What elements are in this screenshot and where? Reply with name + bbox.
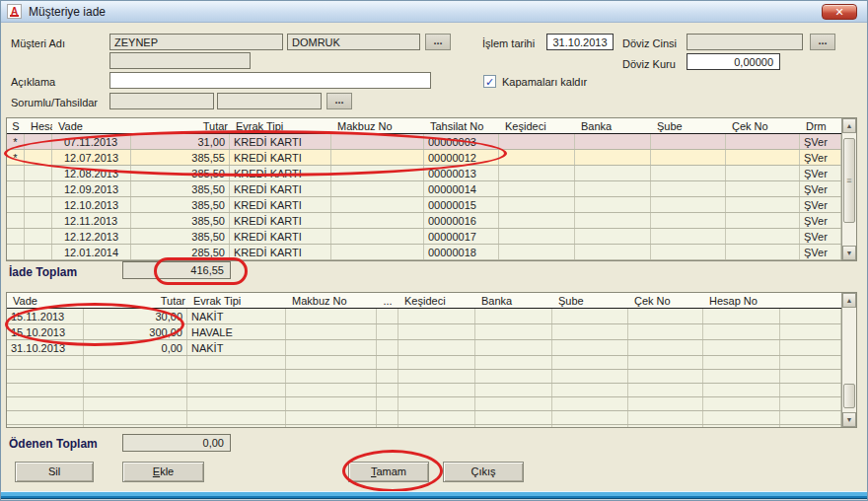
cell-vade: 15.11.2013 bbox=[7, 309, 84, 323]
table-row[interactable] bbox=[7, 370, 856, 384]
sorumlu-label: Sorumlu/Tahsildar bbox=[11, 97, 98, 108]
table-row[interactable]: 15.11.201330,00NAKİT bbox=[7, 309, 856, 324]
cell-banka bbox=[575, 166, 651, 180]
column-header-cek: Çek No bbox=[726, 118, 800, 133]
cell-tutar bbox=[84, 425, 187, 428]
cell-makbuz bbox=[331, 181, 424, 196]
cell-hesapno bbox=[703, 340, 780, 355]
iade-table-header: SHesapVadeTutarEvrak TipiMakbuz NoTahsil… bbox=[7, 118, 856, 134]
table-row[interactable] bbox=[7, 397, 856, 411]
cell-kesideci bbox=[499, 166, 575, 180]
table-row[interactable]: 12.11.2013385,50KREDİ KARTI00000016ŞVer bbox=[7, 213, 856, 229]
cell-hesap bbox=[25, 213, 52, 228]
doviz-cinsi-input[interactable] bbox=[687, 34, 803, 50]
scroll-up-button[interactable]: ▲ bbox=[842, 118, 856, 133]
cell-makbuz bbox=[286, 340, 377, 355]
app-icon: A bbox=[7, 4, 22, 19]
aciklama-label: Açıklama bbox=[11, 76, 55, 88]
sil-button[interactable]: Sil bbox=[15, 462, 94, 482]
cell-makbuz bbox=[331, 229, 424, 244]
cell-makbuz bbox=[286, 397, 377, 410]
cell-tutar: 385,50 bbox=[131, 197, 230, 212]
table-row[interactable]: 31.10.20130,00NAKİT bbox=[7, 340, 856, 356]
scrollbar-thumb[interactable]: ≡ bbox=[843, 138, 855, 223]
sorumlu-input-1[interactable] bbox=[109, 93, 214, 109]
cell-makbuz bbox=[331, 166, 424, 180]
islem-tarihi-input[interactable]: 31.10.2013 bbox=[546, 34, 614, 50]
doviz-kuru-input[interactable]: 0,00000 bbox=[687, 53, 780, 70]
table-row[interactable]: 12.12.2013385,50KREDİ KARTI00000017ŞVer bbox=[7, 229, 856, 245]
cell-tutar bbox=[84, 397, 187, 410]
cell-tutar bbox=[84, 356, 187, 369]
close-button[interactable]: ✕ bbox=[822, 4, 857, 20]
table-row[interactable]: 12.08.2013385,50KREDİ KARTI00000013ŞVer bbox=[7, 166, 856, 181]
table-row[interactable] bbox=[7, 425, 856, 428]
cell-banka bbox=[575, 213, 651, 228]
table-row[interactable] bbox=[7, 384, 856, 397]
cell-tahsilat: 00000016 bbox=[424, 213, 499, 228]
scroll-down-button[interactable]: ▼ bbox=[842, 246, 856, 260]
iade-toplam-label: İade Toplam bbox=[9, 265, 77, 279]
sorumlu-browse-button[interactable]: ... bbox=[326, 93, 352, 109]
scrollbar-thumb[interactable] bbox=[843, 384, 855, 408]
cell-evrak: HAVALE bbox=[187, 324, 286, 339]
scroll-down-button[interactable]: ▼ bbox=[842, 412, 856, 427]
cell-s: * bbox=[7, 150, 25, 165]
table-row[interactable]: 12.09.2013385,50KREDİ KARTI00000014ŞVer bbox=[7, 181, 856, 197]
table-row[interactable]: *12.07.2013385,55KREDİ KARTI00000012ŞVer bbox=[7, 150, 856, 166]
cell-kesideci bbox=[499, 181, 575, 196]
cell-s bbox=[7, 197, 25, 212]
table-row[interactable]: 12.01.2014285,50KREDİ KARTI00000018ŞVer bbox=[7, 245, 856, 260]
musteri-adi-input[interactable]: ZEYNEP bbox=[109, 34, 283, 50]
cell-dots bbox=[377, 411, 398, 424]
cell-s bbox=[7, 181, 25, 196]
ekle-button[interactable]: Ekle bbox=[122, 462, 204, 482]
iade-table-scrollbar[interactable]: ▲ ≡ ▼ bbox=[841, 118, 856, 260]
column-header-makbuz: Makbuz No bbox=[286, 293, 377, 308]
column-header-extra bbox=[780, 293, 841, 308]
odeme-table-scrollbar[interactable]: ▲ ▼ bbox=[841, 293, 856, 427]
cell-evrak bbox=[187, 411, 286, 424]
cell-hesap bbox=[25, 134, 52, 149]
musteri-browse-button[interactable]: ... bbox=[425, 34, 451, 50]
cell-makbuz bbox=[286, 309, 377, 323]
cell-vade: 15.10.2013 bbox=[7, 324, 84, 339]
table-row[interactable] bbox=[7, 356, 856, 370]
cell-makbuz bbox=[286, 411, 377, 424]
tamam-button[interactable]: Tamam bbox=[348, 462, 429, 482]
doviz-browse-button[interactable]: ... bbox=[810, 34, 835, 50]
kapamalari-checkbox[interactable]: ✓ bbox=[483, 75, 496, 88]
cell-tutar: 385,55 bbox=[131, 150, 230, 165]
cell-kesideci bbox=[499, 150, 575, 165]
cell-vade: 12.01.2014 bbox=[52, 245, 131, 259]
cell-evrak bbox=[187, 425, 286, 428]
column-header-cek: Çek No bbox=[628, 293, 703, 308]
cell-drm: ŞVer bbox=[800, 150, 841, 165]
sorumlu-input-2[interactable] bbox=[217, 93, 322, 109]
cikis-button[interactable]: Çıkış bbox=[443, 462, 524, 482]
cell-dots bbox=[377, 384, 398, 396]
cell-cek bbox=[628, 340, 703, 355]
cell-evrak: NAKİT bbox=[187, 340, 286, 355]
table-row[interactable] bbox=[7, 411, 856, 425]
cell-tahsilat: 00000015 bbox=[424, 197, 499, 212]
cell-tutar bbox=[84, 370, 187, 383]
cell-vade: 12.10.2013 bbox=[52, 197, 131, 212]
musteri-soyadi-input[interactable]: DOMRUK bbox=[287, 34, 420, 50]
table-row[interactable]: 12.10.2013385,50KREDİ KARTI00000015ŞVer bbox=[7, 197, 856, 213]
cell-hesapno bbox=[703, 324, 780, 339]
cell-kesideci bbox=[398, 356, 475, 369]
cell-dots bbox=[377, 356, 398, 369]
table-row[interactable]: *07.11.201331,00KREDİ KARTI00000003ŞVer bbox=[7, 134, 856, 150]
cell-tutar: 300,00 bbox=[84, 324, 187, 339]
musteri-extra-input[interactable] bbox=[109, 52, 251, 69]
table-row[interactable]: 15.10.2013300,00HAVALE bbox=[7, 324, 856, 340]
cell-drm: ŞVer bbox=[800, 181, 841, 196]
cell-vade bbox=[7, 425, 84, 428]
aciklama-input[interactable] bbox=[109, 72, 431, 89]
scroll-up-button[interactable]: ▲ bbox=[842, 293, 856, 308]
cell-sube bbox=[651, 245, 726, 259]
cell-vade bbox=[7, 356, 84, 369]
cell-banka bbox=[475, 425, 552, 428]
cell-kesideci bbox=[499, 229, 575, 244]
